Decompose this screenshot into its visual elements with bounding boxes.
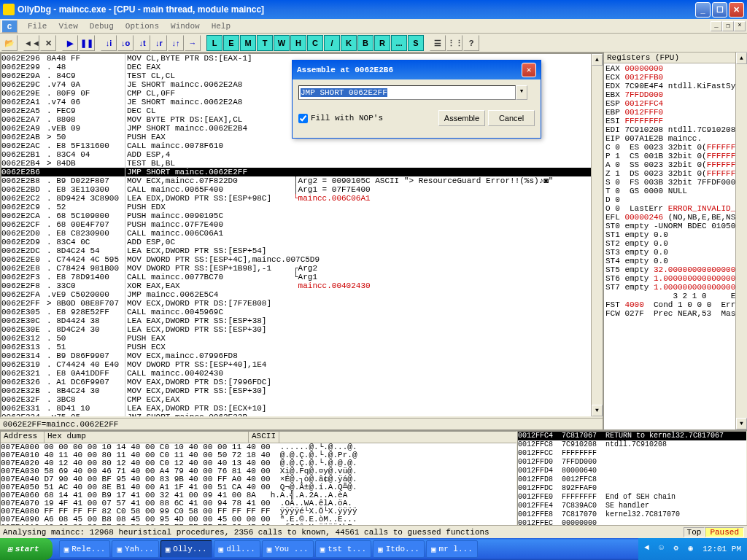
register-line[interactable]: ST7 empty 1.0000000000000000000 xyxy=(605,283,746,292)
mdi-minimize[interactable]: _ xyxy=(711,21,722,31)
disasm-row[interactable]: 0062E312. 50 PUSH EAX xyxy=(1,334,603,343)
rewind-button[interactable]: ◄◄ xyxy=(23,35,39,51)
disasm-row[interactable]: 0062E305. E8 928E52FF CALL maincc.004596… xyxy=(1,308,603,316)
maximize-button[interactable]: ☐ xyxy=(712,2,727,18)
disasm-row[interactable]: 0062E2CF. 68 00E4F707 PUSH maincc.07F7E4… xyxy=(1,220,603,229)
register-line[interactable]: FST 4000 Cond 1 0 0 0 Err 0 0 0 xyxy=(605,300,746,309)
disasm-row[interactable]: 0062E2B4> 84DB TEST BL,BL xyxy=(1,159,603,168)
register-line[interactable]: EDX 7C90E4F4 ntdll.KiFastSystemCa xyxy=(605,82,746,90)
stack-row[interactable]: 0012FFE4 7C839AC0 SE handler xyxy=(518,502,746,510)
tray-icon[interactable]: ☺ xyxy=(659,543,670,555)
stack-row[interactable]: 0012FFE8 7C817070 kernel32.7C817070 xyxy=(518,510,746,519)
register-line[interactable]: 3 2 1 0 E S P xyxy=(605,292,746,300)
stack-row[interactable]: 0012FFCC FFFFFFFF xyxy=(518,449,746,458)
register-line[interactable]: ESP 0012FFC4 xyxy=(605,99,746,108)
hex-dump-panel[interactable]: Address Hex dump ASCII 007EA000 00 00 00… xyxy=(0,431,517,538)
disasm-row[interactable]: 0062E334.v75 05 JNZ SHORT maincc.0062E33… xyxy=(1,413,603,418)
settings-button[interactable]: ☰ xyxy=(430,35,446,51)
dialog-close-button[interactable]: ✕ xyxy=(522,63,536,77)
assemble-input[interactable]: JMP SHORT 0062E2FF xyxy=(298,85,516,100)
register-line[interactable]: S 0 FS 003B 32bit 7FFDF000(FFF) xyxy=(605,178,746,187)
register-line[interactable]: O 0 LastErr ERROR_INVALID_HANDLE xyxy=(605,204,746,213)
register-line[interactable]: EIP 007A1E2B maincc. xyxy=(605,134,746,143)
close-button[interactable]: ✕ xyxy=(729,2,744,18)
toolbar-r-button[interactable]: R xyxy=(374,35,390,51)
disasm-row[interactable]: 0062E2E0. C74424 4C 595MOV DWORD PTR SS:… xyxy=(1,255,603,264)
toolbar-b-button[interactable]: B xyxy=(357,35,374,51)
registers-panel[interactable]: Registers (FPU) EAX 00000000ECX 0012FFB0… xyxy=(603,52,747,429)
register-line[interactable]: EBP 0012FFF0 xyxy=(605,108,746,117)
options-button[interactable]: ⋮⋮ xyxy=(446,35,462,51)
stack-panel[interactable]: 0012FFC4 7C817067 RETURN to kernel32.7C8… xyxy=(517,431,747,538)
disasm-scrollbar[interactable]: ▲ ▼ xyxy=(591,54,603,416)
stack-row[interactable]: 0012FFE0 FFFFFFFF End of SEH chain xyxy=(518,493,746,502)
toolbar-k-button[interactable]: K xyxy=(341,35,357,51)
toolbar-c-button[interactable]: C xyxy=(307,35,323,51)
trace-over-button[interactable]: ↓r xyxy=(151,35,167,51)
register-line[interactable]: ST0 empty -UNORM BDEC 01050104 00 xyxy=(605,222,746,230)
disasm-row[interactable]: 0062E30E. 8D4C24 30 LEA ECX,DWORD PTR SS… xyxy=(1,325,603,334)
close-program-button[interactable]: ✕ xyxy=(40,35,56,51)
menu-debug[interactable]: Debug xyxy=(84,20,120,32)
fill-nops-checkbox[interactable] xyxy=(298,114,308,123)
execute-till-return-button[interactable]: ↓↑ xyxy=(168,35,184,51)
register-line[interactable]: FCW 027F Prec NEAR,53 Mask 1 xyxy=(605,309,746,318)
taskbar-item[interactable]: ▣Rele... xyxy=(59,540,111,558)
stack-row[interactable]: 0012FFD0 7FFDD000 xyxy=(518,458,746,467)
disasm-row[interactable]: 0062E2C9. 52 PUSH EDX xyxy=(1,203,603,211)
minimize-button[interactable]: _ xyxy=(695,2,711,18)
taskbar-item[interactable]: ▣Itdo... xyxy=(373,540,425,558)
ollydbg-logo[interactable]: C xyxy=(1,20,18,33)
disasm-row[interactable]: 0062E2DC. 8D4C24 54 LEA ECX,DWORD PTR SS… xyxy=(1,246,603,255)
disasm-row[interactable]: 0062E314. B9 D86F9907 MOV ECX,maincc.079… xyxy=(1,351,603,360)
toolbar-w-button[interactable]: W xyxy=(274,35,290,51)
tray-icon[interactable]: ⚙ xyxy=(673,543,685,555)
disasm-row[interactable]: 0062E319. C74424 40 E40MOV DWORD PTR SS:… xyxy=(1,360,603,369)
scroll-down-icon[interactable]: ▼ xyxy=(592,405,603,416)
toolbar-m-button[interactable]: M xyxy=(240,35,256,51)
disasm-row[interactable]: 0062E32B. 8B4C24 30 MOV ECX,DWORD PTR SS… xyxy=(1,386,603,395)
stack-row[interactable]: 0012FFD8 0012FFC8 xyxy=(518,475,746,484)
disasm-row[interactable]: 0062E313. 51 PUSH ECX xyxy=(1,343,603,351)
open-button[interactable]: 📂 xyxy=(1,35,18,51)
register-line[interactable]: EFL 00000246 (NO,NB,E,BE,NS,PE,GE xyxy=(605,213,746,222)
stack-row[interactable]: 0012FFC4 7C817067 RETURN to kernel32.7C8… xyxy=(518,432,746,440)
register-line[interactable]: ST5 empty 32.000000000000000000 xyxy=(605,265,746,274)
disasm-row[interactable]: 0062E2D9. 83C4 0C ADD ESP,0C xyxy=(1,238,603,246)
register-line[interactable]: ST2 empty 0.0 xyxy=(605,239,746,248)
register-line[interactable]: ST6 empty 1.0000000000000000000 xyxy=(605,274,746,283)
step-over-button[interactable]: ↓o xyxy=(117,35,133,51)
scroll-down-icon[interactable]: ▼ xyxy=(736,418,747,429)
stack-row[interactable]: 0012FFDC 892FFAF0 xyxy=(518,484,746,493)
stack-row[interactable]: 0012FFC8 7C910208 ntdll.7C910208 xyxy=(518,440,746,449)
stack-row[interactable]: 0012FFD4 80000640 xyxy=(518,467,746,475)
menu-options[interactable]: Options xyxy=(120,20,165,32)
toolbar-h-button[interactable]: H xyxy=(290,35,306,51)
register-line[interactable]: EBX 7FFDD000 xyxy=(605,90,746,99)
step-into-button[interactable]: ↓i xyxy=(101,35,117,51)
toolbar-e-button[interactable]: E xyxy=(223,35,239,51)
scroll-up-icon[interactable]: ▲ xyxy=(592,54,603,66)
disasm-row[interactable]: 0062E2CA. 68 5C109000 PUSH maincc.009010… xyxy=(1,211,603,220)
toolbar-s-button[interactable]: S xyxy=(408,35,424,51)
system-tray[interactable]: ◄ ☺ ⚙ ◉ 12:01 PM xyxy=(638,538,747,560)
goto-button[interactable]: → xyxy=(185,35,201,51)
toolbar-...-button[interactable]: ... xyxy=(391,35,407,51)
disasm-row[interactable]: 0062E321. E8 0A41DDFF CALL maincc.004024… xyxy=(1,369,603,378)
run-button[interactable]: ▶ xyxy=(62,35,78,51)
trace-into-button[interactable]: ↓t xyxy=(134,35,150,51)
disasm-row[interactable]: 0062E2D0. E8 C8230900 CALL maincc.006C06… xyxy=(1,229,603,238)
disasm-row[interactable]: 0062E326. A1 DC6F9907 MOV EAX,DWORD PTR … xyxy=(1,378,603,386)
register-line[interactable]: Z 1 DS 0023 32bit 0(FFFFFFFF) xyxy=(605,169,746,178)
register-line[interactable]: ST1 empty 0.0 xyxy=(605,230,746,239)
disasm-row[interactable]: 0062E2B1. 83C4 04 ADD ESP,4 xyxy=(1,150,603,159)
taskbar-item[interactable]: ▣Yah... xyxy=(112,540,158,558)
menu-window[interactable]: Window xyxy=(165,20,206,32)
tray-icon[interactable]: ◄ xyxy=(644,543,656,555)
register-line[interactable]: ST4 empty 0.0 xyxy=(605,257,746,265)
register-line[interactable]: D 0 xyxy=(605,195,746,204)
mdi-close[interactable]: × xyxy=(734,21,746,31)
register-line[interactable]: ST3 empty 0.0 xyxy=(605,248,746,257)
disasm-row[interactable]: 0062E2FA.vE9 C5020000 JMP maincc.0062E5C… xyxy=(1,290,603,299)
toolbar-l-button[interactable]: L xyxy=(206,35,222,51)
